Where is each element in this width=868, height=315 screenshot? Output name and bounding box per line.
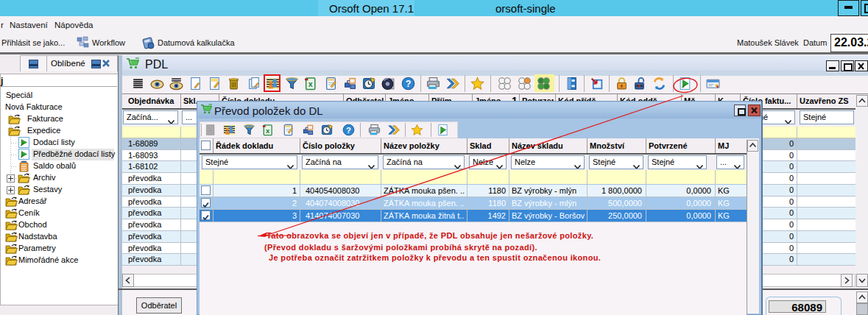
svg-text:x: x bbox=[308, 79, 313, 88]
svg-text:?: ? bbox=[346, 126, 351, 135]
svg-text:x: x bbox=[266, 127, 270, 135]
svg-text:?: ? bbox=[406, 79, 412, 89]
